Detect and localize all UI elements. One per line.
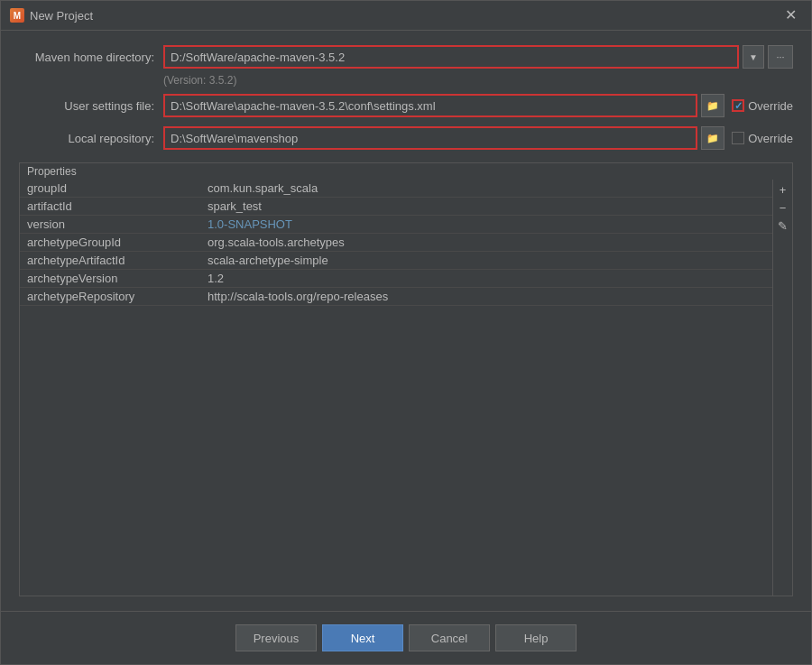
- prop-value: 1.0-SNAPSHOT: [208, 217, 765, 231]
- user-settings-browse-btn[interactable]: 📁: [701, 94, 724, 117]
- remove-property-btn[interactable]: −: [775, 199, 791, 216]
- maven-home-input[interactable]: [163, 45, 739, 69]
- override2-checkbox[interactable]: [732, 132, 744, 144]
- content-area: Maven home directory: ▼ ··· (Version: 3.…: [1, 31, 811, 611]
- table-row: archetypeArtifactIdscala-archetype-simpl…: [20, 252, 772, 270]
- help-button[interactable]: Help: [495, 624, 577, 651]
- table-row: archetypeVersion1.2: [20, 270, 772, 288]
- table-row: groupIdcom.kun.spark_scala: [20, 180, 772, 198]
- maven-home-browse-btn[interactable]: ···: [768, 45, 793, 69]
- version-text: (Version: 3.5.2): [163, 74, 793, 87]
- close-button[interactable]: ✕: [780, 6, 802, 24]
- maven-home-dropdown-btn[interactable]: ▼: [743, 45, 764, 69]
- local-repo-field-group: 📁 Override: [163, 126, 793, 150]
- properties-title: Properties: [20, 163, 792, 180]
- user-settings-row: User settings file: 📁 Override: [19, 94, 793, 117]
- user-settings-field-group: 📁 Override: [163, 94, 793, 117]
- edit-property-btn[interactable]: ✎: [775, 217, 791, 234]
- properties-sidebar: + − ✎: [772, 180, 792, 596]
- override1-checkbox[interactable]: [732, 99, 744, 112]
- cancel-button[interactable]: Cancel: [409, 624, 490, 651]
- title-bar-left: M New Project: [10, 8, 93, 23]
- new-project-dialog: M New Project ✕ Maven home directory: ▼ …: [0, 0, 812, 665]
- prop-key: artifactId: [27, 199, 208, 213]
- table-row: version1.0-SNAPSHOT: [20, 216, 772, 234]
- footer: Previous Next Cancel Help: [1, 611, 811, 664]
- override2-label: Override: [748, 132, 793, 145]
- user-settings-label: User settings file:: [19, 99, 163, 113]
- prop-value: spark_test: [208, 199, 765, 213]
- properties-section: Properties groupIdcom.kun.spark_scalaart…: [19, 162, 793, 596]
- table-row: archetypeRepositoryhttp://scala-tools.or…: [20, 288, 772, 306]
- prop-key: archetypeGroupId: [27, 236, 208, 249]
- maven-home-label: Maven home directory:: [19, 51, 163, 64]
- override1-area: Override: [732, 99, 793, 113]
- prop-key: groupId: [27, 181, 208, 195]
- prop-value: 1.2: [208, 272, 765, 285]
- local-repo-browse-btn[interactable]: 📁: [701, 126, 724, 150]
- prop-value: com.kun.spark_scala: [208, 181, 765, 195]
- local-repo-label: Local repository:: [19, 132, 163, 145]
- maven-home-field-group: ▼ ···: [163, 45, 793, 69]
- dialog-icon: M: [10, 8, 24, 23]
- user-settings-input[interactable]: [163, 94, 697, 117]
- previous-button[interactable]: Previous: [235, 624, 317, 651]
- prop-key: archetypeRepository: [27, 290, 208, 303]
- table-row: archetypeGroupIdorg.scala-tools.archetyp…: [20, 234, 772, 252]
- override2-area: Override: [732, 132, 793, 145]
- maven-home-row: Maven home directory: ▼ ···: [19, 45, 793, 69]
- override1-label: Override: [748, 99, 793, 113]
- prop-value: org.scala-tools.archetypes: [208, 236, 765, 249]
- next-button[interactable]: Next: [322, 624, 403, 651]
- prop-value: scala-archetype-simple: [208, 254, 765, 267]
- table-row: artifactIdspark_test: [20, 198, 772, 216]
- prop-value: http://scala-tools.org/repo-releases: [208, 290, 765, 303]
- dialog-title: New Project: [30, 9, 93, 23]
- prop-key: archetypeVersion: [27, 272, 208, 285]
- prop-key: archetypeArtifactId: [27, 254, 208, 267]
- add-property-btn[interactable]: +: [775, 181, 791, 198]
- title-bar: M New Project ✕: [1, 1, 811, 31]
- local-repo-input[interactable]: [163, 126, 697, 150]
- local-repo-row: Local repository: 📁 Override: [19, 126, 793, 150]
- properties-table: groupIdcom.kun.spark_scalaartifactIdspar…: [20, 180, 772, 596]
- properties-content: groupIdcom.kun.spark_scalaartifactIdspar…: [20, 180, 792, 596]
- prop-key: version: [27, 217, 208, 231]
